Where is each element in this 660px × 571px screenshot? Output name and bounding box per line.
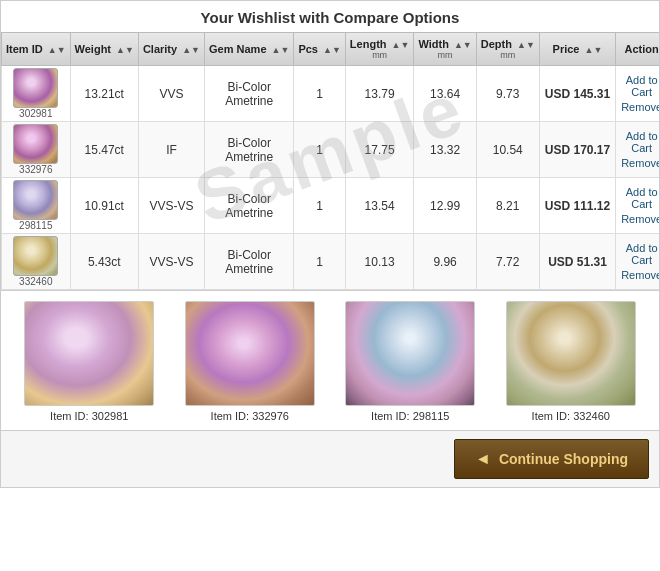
weight-cell: 15.47ct <box>70 122 138 178</box>
gallery-item-label: Item ID: 302981 <box>19 410 159 422</box>
app-container: Your Wishlist with Compare Options Sampl… <box>0 0 660 488</box>
length-cell: 13.54 <box>345 178 414 234</box>
gem-thumbnail[interactable] <box>13 180 58 220</box>
col-weight[interactable]: Weight ▲▼ <box>70 33 138 66</box>
width-cell: 13.64 <box>414 66 476 122</box>
action-cell: Add to CartRemove <box>616 234 659 290</box>
remove-link[interactable]: Remove <box>621 157 659 169</box>
col-clarity[interactable]: Clarity ▲▼ <box>138 33 204 66</box>
gallery-gem-image[interactable] <box>345 301 475 406</box>
col-item-id[interactable]: Item ID ▲▼ <box>2 33 71 66</box>
clarity-cell: VVS <box>138 66 204 122</box>
item-id-cell: 332460 <box>2 234 71 290</box>
gem-thumbnail[interactable] <box>13 236 58 276</box>
col-action: Action <box>616 33 659 66</box>
gem-name-cell: Bi-Color Ametrine <box>205 234 294 290</box>
sort-arrow-clarity: ▲▼ <box>182 45 200 55</box>
width-cell: 13.32 <box>414 122 476 178</box>
gem-name-cell: Bi-Color Ametrine <box>205 122 294 178</box>
price-cell: USD 111.12 <box>539 178 615 234</box>
footer: ◄ Continue Shopping <box>1 430 659 487</box>
length-cell: 13.79 <box>345 66 414 122</box>
header-row: Item ID ▲▼ Weight ▲▼ Clarity ▲▼ Gem Name… <box>2 33 660 66</box>
gem-thumbnail[interactable] <box>13 68 58 108</box>
table-row: 33297615.47ctIFBi-Color Ametrine117.7513… <box>2 122 660 178</box>
gallery-item: Item ID: 302981 <box>19 301 159 422</box>
page-title: Your Wishlist with Compare Options <box>1 1 659 32</box>
pcs-cell: 1 <box>294 66 345 122</box>
gallery-item: Item ID: 332976 <box>180 301 320 422</box>
pcs-cell: 1 <box>294 234 345 290</box>
action-cell: Add to CartRemove <box>616 66 659 122</box>
sort-arrow-price: ▲▼ <box>585 45 603 55</box>
clarity-cell: IF <box>138 122 204 178</box>
width-cell: 9.96 <box>414 234 476 290</box>
table-body: 30298113.21ctVVSBi-Color Ametrine113.791… <box>2 66 660 290</box>
gallery-item-label: Item ID: 332976 <box>180 410 320 422</box>
weight-cell: 5.43ct <box>70 234 138 290</box>
price-cell: USD 170.17 <box>539 122 615 178</box>
table-row: 30298113.21ctVVSBi-Color Ametrine113.791… <box>2 66 660 122</box>
length-cell: 17.75 <box>345 122 414 178</box>
remove-link[interactable]: Remove <box>621 101 659 113</box>
sort-arrow-length: ▲▼ <box>392 40 410 50</box>
clarity-cell: VVS-VS <box>138 234 204 290</box>
item-id-number: 302981 <box>6 108 66 119</box>
gallery-gem-image[interactable] <box>185 301 315 406</box>
depth-cell: 9.73 <box>476 66 539 122</box>
sort-arrow-gem-name: ▲▼ <box>272 45 290 55</box>
depth-cell: 8.21 <box>476 178 539 234</box>
sort-arrow-depth: ▲▼ <box>517 40 535 50</box>
add-to-cart-link[interactable]: Add to Cart <box>621 242 659 266</box>
width-unit: mm <box>418 50 471 60</box>
col-width[interactable]: Width ▲▼ mm <box>414 33 476 66</box>
width-cell: 12.99 <box>414 178 476 234</box>
gallery-item-label: Item ID: 298115 <box>340 410 480 422</box>
item-id-cell: 298115 <box>2 178 71 234</box>
col-length[interactable]: Length ▲▼ mm <box>345 33 414 66</box>
continue-shopping-arrow-icon: ◄ <box>475 450 491 468</box>
gem-name-cell: Bi-Color Ametrine <box>205 66 294 122</box>
table-row: 3324605.43ctVVS-VSBi-Color Ametrine110.1… <box>2 234 660 290</box>
gem-thumbnail[interactable] <box>13 124 58 164</box>
depth-cell: 10.54 <box>476 122 539 178</box>
pcs-cell: 1 <box>294 178 345 234</box>
sort-arrow-item-id: ▲▼ <box>48 45 66 55</box>
add-to-cart-link[interactable]: Add to Cart <box>621 130 659 154</box>
gem-gallery: Item ID: 302981Item ID: 332976Item ID: 2… <box>1 290 659 430</box>
col-price[interactable]: Price ▲▼ <box>539 33 615 66</box>
col-pcs[interactable]: Pcs ▲▼ <box>294 33 345 66</box>
gallery-item-label: Item ID: 332460 <box>501 410 641 422</box>
depth-cell: 7.72 <box>476 234 539 290</box>
remove-link[interactable]: Remove <box>621 213 659 225</box>
price-cell: USD 51.31 <box>539 234 615 290</box>
gallery-gem-image[interactable] <box>506 301 636 406</box>
weight-cell: 10.91ct <box>70 178 138 234</box>
continue-shopping-button[interactable]: ◄ Continue Shopping <box>454 439 649 479</box>
length-cell: 10.13 <box>345 234 414 290</box>
table-header: Item ID ▲▼ Weight ▲▼ Clarity ▲▼ Gem Name… <box>2 33 660 66</box>
action-cell: Add to CartRemove <box>616 122 659 178</box>
action-cell: Add to CartRemove <box>616 178 659 234</box>
wishlist-table: Item ID ▲▼ Weight ▲▼ Clarity ▲▼ Gem Name… <box>1 32 659 290</box>
add-to-cart-link[interactable]: Add to Cart <box>621 186 659 210</box>
table-wrapper: Sample Item ID ▲▼ Weight ▲▼ Clarity ▲▼ G… <box>1 32 659 290</box>
col-depth[interactable]: Depth ▲▼ mm <box>476 33 539 66</box>
price-cell: USD 145.31 <box>539 66 615 122</box>
item-id-cell: 332976 <box>2 122 71 178</box>
table-row: 29811510.91ctVVS-VSBi-Color Ametrine113.… <box>2 178 660 234</box>
gallery-item: Item ID: 298115 <box>340 301 480 422</box>
depth-unit: mm <box>481 50 535 60</box>
gallery-item: Item ID: 332460 <box>501 301 641 422</box>
gallery-gem-image[interactable] <box>24 301 154 406</box>
continue-shopping-label: Continue Shopping <box>499 451 628 467</box>
add-to-cart-link[interactable]: Add to Cart <box>621 74 659 98</box>
pcs-cell: 1 <box>294 122 345 178</box>
col-gem-name[interactable]: Gem Name ▲▼ <box>205 33 294 66</box>
sort-arrow-weight: ▲▼ <box>116 45 134 55</box>
item-id-cell: 302981 <box>2 66 71 122</box>
gem-name-cell: Bi-Color Ametrine <box>205 178 294 234</box>
remove-link[interactable]: Remove <box>621 269 659 281</box>
item-id-number: 332976 <box>6 164 66 175</box>
weight-cell: 13.21ct <box>70 66 138 122</box>
